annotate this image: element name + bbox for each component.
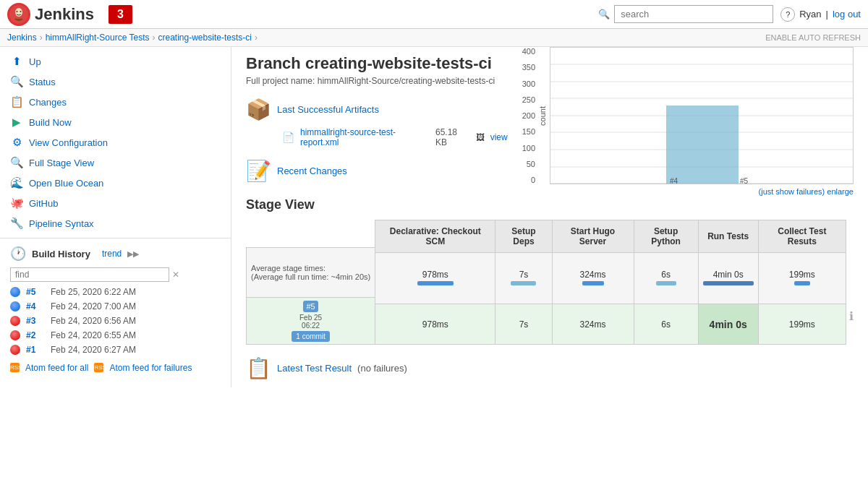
chart-y-350: 350: [522, 63, 535, 72]
find-input[interactable]: [10, 267, 169, 282]
svg-marker-12: [666, 106, 739, 184]
artifact-view-link[interactable]: view: [490, 132, 508, 142]
avg-bar-3: [656, 281, 676, 285]
header-user: ? Ryan | log out: [780, 7, 861, 22]
info-icon-col: ℹ: [846, 220, 854, 345]
build-status-ball-3: [10, 316, 20, 326]
breadcrumb-jenkins[interactable]: Jenkins: [7, 33, 37, 43]
build-now-icon: ▶: [10, 116, 23, 129]
nav-status[interactable]: 🔍 Status: [0, 72, 231, 92]
run-time-3: 6s: [634, 304, 698, 345]
build-num-3[interactable]: #3: [26, 316, 45, 326]
changes-icon: 📋: [10, 95, 23, 108]
feed-links: RSS Atom feed for all RSS Atom feed for …: [0, 357, 231, 379]
avg-time-3: 6s: [634, 253, 698, 304]
notification-badge[interactable]: 3: [109, 5, 132, 24]
full-stage-icon: 🔍: [10, 156, 23, 169]
content: Test Result Trend 400 350 300 250 200 15…: [231, 47, 868, 387]
nav-changes[interactable]: 📋 Changes: [0, 92, 231, 112]
build-num-2[interactable]: #2: [26, 330, 45, 340]
build-date-3: Feb 24, 2020 6:56 AM: [51, 316, 136, 326]
atom-feed-all-link[interactable]: Atom feed for all: [25, 363, 88, 373]
breadcrumb-source-tests[interactable]: himmAllRight-Source Tests: [46, 33, 150, 43]
artifact-size: 65.18 KB: [435, 127, 470, 147]
up-icon: ⬆: [10, 55, 23, 68]
pipeline-icon: 🔧: [10, 217, 23, 230]
nav-pipeline-syntax[interactable]: 🔧 Pipeline Syntax: [0, 213, 231, 233]
nav-full-stage-label: Full Stage View: [29, 158, 94, 168]
feed-icon-failures: RSS: [94, 363, 103, 372]
enable-auto-refresh[interactable]: ENABLE AUTO REFRESH: [765, 33, 861, 42]
latest-test-link[interactable]: Latest Test Result: [277, 363, 352, 374]
build-status-ball-5: [10, 287, 20, 297]
svg-text:#4: #4: [670, 177, 678, 184]
nav-github[interactable]: 🐙 GitHub: [0, 193, 231, 213]
nav-build-now[interactable]: ▶ Build Now: [0, 112, 231, 132]
nav-view-configuration-label: View Configuration: [29, 137, 108, 148]
enlarge-link[interactable]: enlarge: [827, 187, 854, 196]
nav-open-blue-ocean[interactable]: 🌊 Open Blue Ocean: [0, 173, 231, 193]
trend-link[interactable]: trend: [102, 249, 122, 259]
find-clear-button[interactable]: ✕: [172, 270, 179, 280]
avg-stage-times-label: Average stage times:: [251, 264, 370, 272]
build-row: #3 Feb 24, 2020 6:56 AM: [0, 314, 231, 328]
run-time-1: 7s: [495, 304, 552, 345]
artifact-file-row: 📄 himmallright-source-test-report.xml 65…: [282, 127, 508, 147]
search-input[interactable]: [614, 5, 773, 23]
file-icon: 📄: [282, 132, 294, 143]
stage-col-4: Run Tests: [698, 220, 758, 253]
build-row: #4 Feb 24, 2020 7:00 AM: [0, 299, 231, 314]
stage-col-3: Setup Python: [634, 220, 698, 253]
header: Jenkins 3 🔍 ? Ryan | log out: [0, 0, 868, 29]
build-history-title: Build History: [32, 249, 90, 259]
svg-text:#5: #5: [740, 177, 749, 184]
nav-view-configuration[interactable]: ⚙ View Configuration: [0, 132, 231, 152]
build-date-2: Feb 24, 2020 6:55 AM: [51, 330, 136, 340]
run-time-0: 978ms: [375, 304, 495, 345]
show-failures-link[interactable]: (just show failures): [759, 187, 825, 196]
github-icon: 🐙: [10, 197, 23, 210]
test-result-chart: #4 #5: [550, 47, 854, 184]
nav-build-now-label: Build Now: [29, 117, 72, 128]
build-history-icon: 🕐: [10, 246, 26, 262]
avg-bar-5: [794, 281, 810, 285]
recent-changes-icon: 📝: [246, 159, 271, 183]
help-button[interactable]: ?: [780, 7, 795, 22]
view-icon: 🖼: [476, 132, 485, 142]
user-name: Ryan: [799, 9, 821, 20]
avg-time-2: 324ms: [552, 253, 634, 304]
build-num-1[interactable]: #1: [26, 345, 45, 355]
build-time-cell: 06:22: [302, 322, 320, 330]
artifact-file-link[interactable]: himmallright-source-test-report.xml: [300, 127, 430, 147]
chart-y-0: 0: [531, 176, 535, 184]
atom-feed-failures-link[interactable]: Atom feed for failures: [109, 363, 192, 373]
jenkins-logo[interactable]: Jenkins: [7, 3, 94, 26]
breadcrumb-branch[interactable]: creating-website-tests-ci: [158, 33, 252, 43]
avg-info-cell: Average stage times: (Average full run t…: [246, 247, 375, 298]
nav-up-label: Up: [29, 56, 41, 67]
sidebar: ⬆ Up 🔍 Status 📋 Changes ▶ Build Now ⚙ Vi…: [0, 47, 231, 387]
build-num-4[interactable]: #4: [26, 301, 45, 311]
stage-col-1: Setup Deps: [495, 220, 552, 253]
build-info-cell: #5 Feb 25 06:22 1 commit: [246, 298, 375, 345]
recent-changes-link[interactable]: Recent Changes: [277, 166, 347, 176]
stage-avg-info-col: Average stage times: (Average full run t…: [246, 220, 375, 345]
stage-run-row: 978ms 7s 324ms 6s 4min 0s: [375, 304, 846, 345]
blue-ocean-icon: 🌊: [10, 176, 23, 189]
find-box-wrapper: ✕: [0, 265, 231, 285]
avg-bar-0: [417, 281, 454, 285]
stage-col-2: Start Hugo Server: [552, 220, 634, 253]
log-out-link[interactable]: log out: [833, 9, 861, 20]
last-artifacts-link[interactable]: Last Successful Artifacts: [277, 104, 379, 115]
stage-col-5: Collect Test Resuts: [758, 220, 846, 253]
nav-open-blue-ocean-label: Open Blue Ocean: [29, 178, 103, 189]
status-icon: 🔍: [10, 75, 23, 88]
nav-full-stage-view[interactable]: 🔍 Full Stage View: [0, 152, 231, 173]
latest-test-row: 📋 Latest Test Result (no failures): [246, 356, 854, 380]
search-icon: 🔍: [598, 9, 610, 20]
build-date-5: Feb 25, 2020 6:22 AM: [51, 287, 136, 297]
build-num-5[interactable]: #5: [26, 287, 45, 297]
run-time-5: 199ms: [758, 304, 846, 345]
nav-up[interactable]: ⬆ Up: [0, 51, 231, 72]
build-row: #2 Feb 24, 2020 6:55 AM: [0, 328, 231, 343]
